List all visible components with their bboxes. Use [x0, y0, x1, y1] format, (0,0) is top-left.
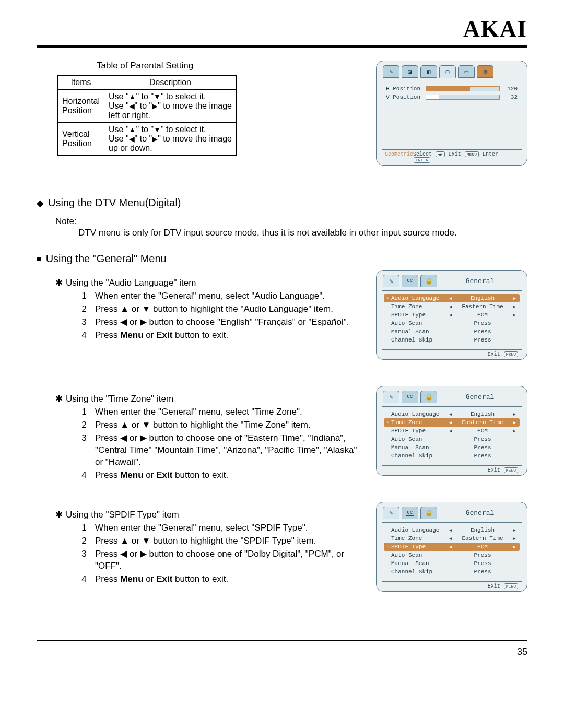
osd-row: Channel SkipPress [384, 336, 520, 344]
gen-tab-3: 🔒 [420, 507, 437, 519]
note-body: DTV menu is only for DTV input source mo… [78, 228, 527, 238]
step: 3Press ◀ or ▶ button to choose "English"… [78, 316, 360, 328]
step: 4Press Menu or Exit button to exit. [78, 330, 360, 342]
item-heading: ✱Using the "Audio Language" item [55, 277, 360, 288]
table-desc: Use "▲" to "▼" to select it.Use "◀" to "… [104, 123, 237, 156]
osd-row: SPDIF Type◀PCM▶ [384, 427, 520, 435]
th-desc: Description [104, 76, 237, 90]
rule-top [37, 45, 527, 48]
geo-tab-6: ⚙ [477, 65, 494, 78]
item-heading: ✱Using the "SPDIF Type" item [55, 509, 360, 520]
osd-row: Audio Language◀English▶ [384, 526, 520, 534]
geo-tab-4: ▢ [439, 65, 456, 78]
geo-tab-3: ◧ [420, 65, 437, 78]
item-heading: ✱Using the "Time Zone" item [55, 393, 360, 404]
osd-general: ✎CC🔒General◦Audio Language◀English▶Time … [376, 270, 527, 360]
osd-row: Auto ScanPress [384, 435, 520, 443]
gen-tab-1: ✎ [383, 275, 400, 287]
osd-footer: Exit MENU [488, 583, 519, 589]
step: 2Press ▲ or ▼ button to highlight the "S… [78, 535, 360, 547]
diamond-icon: ◆ [37, 197, 44, 209]
geo-tab-2: ◪ [402, 65, 418, 78]
osd-row: Auto ScanPress [384, 551, 520, 559]
brand-logo: AKAI [37, 16, 527, 42]
heading-dtv: ◆ Using the DTV Menu(Digital) [37, 197, 527, 209]
step: 1When enter the "General" menu, select "… [78, 522, 360, 534]
osd-row: Channel SkipPress [384, 452, 520, 460]
step: 2Press ▲ or ▼ button to highlight the "T… [78, 419, 360, 431]
osd-row: ◦SPDIF Type◀PCM▶ [384, 543, 520, 551]
osd-row: ◦Time Zone◀Eastern Time▶ [384, 418, 520, 427]
table-title: Table of Parental Setting [97, 61, 360, 71]
th-items: Items [58, 76, 104, 90]
osd-row: Manual ScanPress [384, 559, 520, 568]
step: 2Press ▲ or ▼ button to highlight the "A… [78, 303, 360, 315]
geo-row: H Position120 [384, 85, 520, 93]
osd-general: ✎CC🔒GeneralAudio Language◀English▶Time Z… [376, 502, 527, 592]
table-desc: Use "▲" to "▼" to select it.Use "◀" to "… [104, 90, 237, 123]
step: 4Press Menu or Exit button to exit. [78, 469, 360, 482]
osd-row: Manual ScanPress [384, 327, 520, 336]
osd-row: Time Zone◀Eastern Time▶ [384, 534, 520, 543]
osd-geometric: ✎ ◪ ◧ ▢ ▭ ⚙ H Position120V Position32 Ge… [376, 61, 527, 166]
gen-tab-3: 🔒 [420, 391, 437, 403]
note-label: Note: [55, 216, 527, 227]
osd-row: ◦Audio Language◀English▶ [384, 294, 520, 302]
gen-tab-2: CC [402, 507, 418, 519]
osd-footer: Exit MENU [488, 467, 519, 473]
geo-tab-1: ✎ [383, 65, 400, 78]
gen-tab-3: 🔒 [420, 275, 437, 287]
heading-general: ■ Using the "General" Menu [37, 253, 527, 265]
geo-footer-left: Geometric [385, 151, 413, 163]
parental-table: Items Description HorizontalPositionUse … [57, 75, 237, 156]
osd-footer: Exit MENU [488, 351, 519, 357]
osd-row: Auto ScanPress [384, 319, 520, 327]
gen-tab-1: ✎ [383, 507, 400, 519]
osd-title: General [439, 509, 521, 517]
osd-title: General [439, 393, 521, 401]
osd-general: ✎CC🔒GeneralAudio Language◀English▶◦Time … [376, 386, 527, 476]
step: 1When enter the "General" menu, select "… [78, 406, 360, 418]
square-icon: ■ [37, 254, 42, 264]
step: 3Press ◀ or ▶ button to choose one of "E… [78, 432, 360, 468]
table-item: VerticalPosition [58, 123, 104, 156]
geo-footer-right: Select ◀▶ Exit MENU Enter ENTER [413, 151, 519, 163]
osd-row: Audio Language◀English▶ [384, 410, 520, 418]
table-item: HorizontalPosition [58, 90, 104, 123]
page-number: 35 [37, 647, 527, 657]
gen-tab-2: CC [402, 275, 418, 287]
step: 4Press Menu or Exit button to exit. [78, 573, 360, 585]
geo-row: V Position32 [384, 93, 520, 101]
gen-tab-2: CC [402, 391, 418, 403]
step: 3Press ◀ or ▶ button to choose one of "D… [78, 548, 360, 572]
gen-tab-1: ✎ [383, 391, 400, 403]
osd-row: Manual ScanPress [384, 443, 520, 452]
osd-row: SPDIF Type◀PCM▶ [384, 311, 520, 319]
osd-row: Time Zone◀Eastern Time▶ [384, 302, 520, 311]
osd-title: General [439, 277, 521, 285]
rule-bottom [37, 640, 527, 641]
geo-tab-5: ▭ [458, 65, 475, 78]
step: 1When enter the "General" menu, select "… [78, 290, 360, 302]
osd-row: Channel SkipPress [384, 568, 520, 576]
